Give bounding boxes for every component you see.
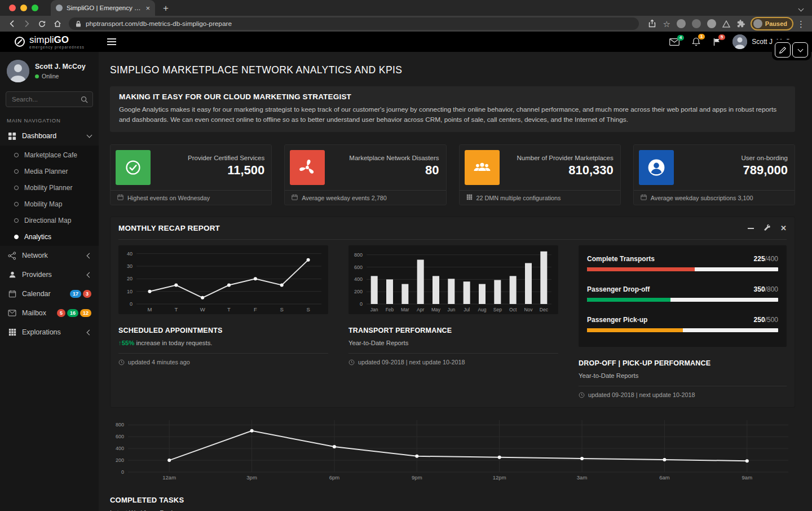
sidebar-subitem-directional-map[interactable]: Directional Map [0, 212, 99, 228]
progress-panel: Complete Transports225/400Passenger Drop… [579, 245, 787, 347]
extension-icon-2[interactable] [692, 19, 701, 28]
circle-bullet-icon [14, 202, 19, 206]
people-icon [465, 150, 500, 185]
sidebar-user-name: Scott J. McCoy [35, 63, 86, 71]
sidebar-item-mailbox[interactable]: Mailbox51612 [0, 303, 99, 323]
intro-title: MAKING IT EASY FOR OUR CLOUD MARKETING S… [119, 92, 786, 101]
sidebar-user-avatar[interactable] [7, 60, 29, 82]
browser-tab[interactable]: SimpliGO | Emergency Prepare × [51, 0, 155, 16]
svg-text:May: May [431, 307, 441, 312]
svg-text:Feb: Feb [386, 307, 394, 312]
progress-complete-transports: Complete Transports225/400 [587, 255, 778, 271]
logo-compass-icon [14, 36, 25, 47]
compose-pencil-button[interactable] [775, 42, 791, 58]
kpi-footer: Average weekday subscriptions 3,100 [634, 190, 795, 205]
search-input[interactable] [6, 91, 93, 107]
sidebar-subitem-marketplace-cafe[interactable]: Marketplace Cafe [0, 147, 99, 163]
tab-search-chevron-icon[interactable] [799, 3, 803, 13]
tab-title: SimpliGO | Emergency Prepare [67, 5, 142, 11]
notifications-button[interactable]: 1 [686, 34, 707, 49]
col2-heading: TRANSPORT PERFORMANCE [348, 327, 558, 334]
svg-text:T: T [174, 306, 178, 312]
col1-updated: updated 4 minutes ago [128, 359, 190, 365]
svg-text:3pm: 3pm [246, 474, 257, 481]
svg-text:Jun: Jun [447, 307, 455, 312]
user-avatar[interactable] [732, 34, 747, 49]
share-icon[interactable] [648, 19, 656, 28]
svg-text:600: 600 [354, 265, 363, 270]
svg-text:400: 400 [116, 446, 124, 452]
sidebar-toggle-hamburger-icon[interactable] [107, 38, 116, 45]
window-minimize-button[interactable] [20, 5, 27, 11]
home-button[interactable] [50, 17, 64, 30]
new-tab-button[interactable]: + [163, 3, 169, 13]
menu-kebab-icon[interactable]: ⋮ [797, 20, 805, 28]
kpi-footer: 22 DMN multiple configurations [460, 190, 620, 205]
calendar-icon [7, 290, 17, 298]
window-zoom-button[interactable] [32, 5, 38, 11]
kpi-label: Marketplace Network Disasters [330, 155, 439, 161]
profile-paused-button[interactable]: Paused [751, 17, 793, 30]
bookmark-star-icon[interactable]: ☆ [663, 20, 670, 28]
svg-text:20: 20 [127, 276, 133, 282]
drive-triangle-icon[interactable] [722, 20, 730, 28]
progress-track [587, 328, 778, 332]
window-close-button[interactable] [9, 5, 16, 11]
sidebar-badge: 17 [70, 290, 81, 298]
forward-button[interactable] [20, 17, 34, 30]
progress-label: Passenger Drop-off [587, 285, 650, 293]
settings-wrench-icon[interactable] [764, 224, 771, 232]
kpi-row: Provider Certified Services11,500Highest… [110, 144, 795, 205]
progress-value: 350/800 [754, 285, 778, 293]
svg-text:Mar: Mar [401, 307, 409, 312]
tab-close-icon[interactable]: × [145, 5, 150, 12]
svg-text:800: 800 [354, 252, 363, 258]
kpi-label: Provider Certified Services [156, 155, 264, 161]
messages-button[interactable]: 4 [663, 36, 686, 49]
reload-button[interactable] [35, 17, 49, 30]
clock-icon [118, 359, 125, 365]
collapse-minus-icon[interactable] [748, 228, 754, 229]
sidebar-subitem-mobility-map[interactable]: Mobility Map [0, 196, 99, 212]
user-status: Online [42, 73, 59, 80]
address-bar[interactable]: phptransport.com/db-metrics-db-simpligo-… [69, 17, 639, 30]
tasks-button[interactable]: 5 [707, 35, 727, 49]
sidebar-item-providers[interactable]: Providers [0, 265, 99, 284]
puzzle-extensions-icon[interactable] [736, 20, 745, 28]
completed-tasks-section: COMPLETED TASKS Latest Workforce Review … [110, 496, 795, 511]
svg-text:9am: 9am [742, 474, 753, 481]
chevron-left-icon [87, 272, 92, 277]
sidebar-subitem-label: Analytics [24, 233, 51, 241]
sidebar-subitem-media-planner[interactable]: Media Planner [0, 163, 99, 179]
recap-title: MONTHLY RECAP REPORT [118, 224, 220, 232]
sidebar-item-network[interactable]: Network [0, 246, 99, 265]
svg-text:T: T [227, 306, 231, 312]
overlay-dropdown-button[interactable] [792, 42, 808, 58]
sidebar-item-dashboard[interactable]: Dashboard [0, 126, 99, 146]
grid-icon [466, 194, 473, 201]
sidebar-badge: 3 [83, 290, 91, 298]
brand-logo[interactable]: simpliGO emergency preparedness [0, 35, 99, 49]
kpi-card-provider-certified-services: Provider Certified Services11,500Highest… [110, 144, 272, 205]
kpi-footer: Average weekday events 2,780 [285, 190, 445, 205]
extension-icon-3[interactable] [707, 19, 716, 28]
search-icon[interactable] [81, 96, 88, 103]
sidebar-item-calendar[interactable]: Calendar173 [0, 284, 99, 303]
sidebar-nav: DashboardMarketplace CafeMedia PlannerMo… [0, 126, 99, 342]
svg-text:0: 0 [360, 301, 363, 307]
sidebar-subitem-label: Directional Map [24, 217, 71, 224]
back-button[interactable] [5, 17, 19, 30]
svg-text:400: 400 [354, 277, 363, 283]
sidebar-item-explorations[interactable]: Explorations [0, 323, 99, 342]
extension-icon-1[interactable] [677, 19, 686, 28]
browser-tab-bar: SimpliGO | Emergency Prepare × + [0, 0, 812, 16]
sidebar-subitem-analytics[interactable]: Analytics [0, 228, 99, 245]
close-icon[interactable]: ✕ [780, 224, 787, 232]
paused-label: Paused [765, 20, 787, 27]
sidebar-item-label: Mailbox [22, 309, 52, 317]
svg-text:12pm: 12pm [493, 474, 506, 481]
svg-text:Nov: Nov [524, 307, 533, 312]
sidebar-subitem-mobility-planner[interactable]: Mobility Planner [0, 179, 99, 196]
sidebar-subitem-label: Mobility Map [24, 200, 62, 208]
notifications-badge: 1 [698, 34, 705, 39]
